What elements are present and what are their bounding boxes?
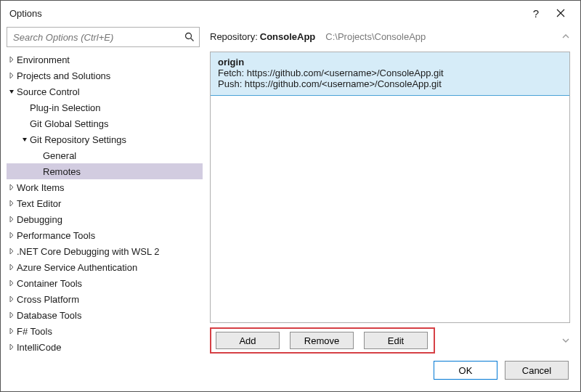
svg-line-1 <box>191 38 194 41</box>
tree-arrow-right-icon <box>7 248 17 255</box>
tree-node[interactable]: General <box>7 147 203 163</box>
tree-node-label: IntelliCode <box>17 342 61 353</box>
tree-node[interactable]: Azure Service Authentication <box>7 259 203 275</box>
tree-arrow-right-icon <box>7 216 17 223</box>
repo-label: Repository: <box>210 31 258 42</box>
repo-header: Repository: ConsoleApp C:\Projects\Conso… <box>210 25 573 47</box>
tree-node[interactable]: Performance Tools <box>7 227 203 243</box>
search-input[interactable] <box>7 32 180 43</box>
tree-node[interactable]: Database Tools <box>7 307 203 323</box>
svg-point-0 <box>186 33 192 39</box>
collapse-chevron[interactable] <box>558 32 573 41</box>
remote-push: Push: https://github.com/<username>/Cons… <box>218 78 562 89</box>
tree-node-label: Debugging <box>17 214 62 225</box>
tree-arrow-right-icon <box>7 311 17 319</box>
add-button[interactable]: Add <box>216 332 280 349</box>
tree-node[interactable]: Plug-in Selection <box>7 99 203 115</box>
tree-node[interactable]: Remotes <box>7 163 203 179</box>
ok-button[interactable]: OK <box>434 361 497 380</box>
tree-node-label: F# Tools <box>17 326 52 337</box>
tree-node-label: Performance Tools <box>17 230 95 241</box>
tree-arrow-right-icon <box>7 184 17 191</box>
remote-fetch: Fetch: https://github.com/<username>/Con… <box>218 68 562 78</box>
tree-node-label: Plug-in Selection <box>30 102 101 113</box>
repo-name: ConsoleApp <box>260 31 316 42</box>
tree-node[interactable]: Work Items <box>7 179 203 195</box>
tree-node-label: Git Global Settings <box>30 118 108 129</box>
remote-name: origin <box>218 57 562 68</box>
tree-arrow-down-icon <box>7 88 17 95</box>
tree-node-label: Projects and Solutions <box>17 70 110 81</box>
close-icon <box>556 9 565 17</box>
tree-node-label: .NET Core Debugging with WSL 2 <box>17 246 160 257</box>
tree-node[interactable]: Environment <box>7 52 203 68</box>
tree-node-label: Environment <box>17 54 70 65</box>
tree-arrow-right-icon <box>7 56 17 63</box>
tree-node-label: Cross Platform <box>17 294 79 305</box>
search-box[interactable] <box>7 27 200 47</box>
search-icon <box>180 32 199 42</box>
repo-path: C:\Projects\ConsoleApp <box>325 31 426 42</box>
tree-node-label: Azure Service Authentication <box>17 262 137 273</box>
chevron-up-icon <box>561 32 570 41</box>
tree-node[interactable]: Cross Platform <box>7 291 203 307</box>
right-panel: Repository: ConsoleApp C:\Projects\Conso… <box>203 25 576 354</box>
tree-arrow-right-icon <box>7 72 17 79</box>
tree-arrow-down-icon <box>20 136 30 143</box>
tree-arrow-right-icon <box>7 343 17 351</box>
tree-arrow-right-icon <box>7 295 17 303</box>
help-button[interactable]: ? <box>524 3 548 23</box>
close-button[interactable] <box>548 3 573 23</box>
tree-node[interactable]: Container Tools <box>7 275 203 291</box>
remove-button[interactable]: Remove <box>290 332 354 349</box>
chevron-down-icon <box>561 336 570 345</box>
tree-node[interactable]: F# Tools <box>7 323 203 339</box>
tree-node-label: General <box>43 150 76 161</box>
tree-node-label: Text Editor <box>17 198 61 209</box>
tree-node[interactable]: Text Editor <box>7 195 203 211</box>
tree-arrow-right-icon <box>7 232 17 239</box>
tree-node[interactable]: Git Global Settings <box>7 115 203 131</box>
remotes-list[interactable]: originFetch: https://github.com/<usernam… <box>210 52 570 323</box>
tree-node[interactable]: Projects and Solutions <box>7 68 203 83</box>
options-dialog: Options ? EnvironmentProjects and Soluti… <box>0 0 581 392</box>
options-tree[interactable]: EnvironmentProjects and SolutionsSource … <box>5 50 203 354</box>
tree-node[interactable]: .NET Core Debugging with WSL 2 <box>7 243 203 259</box>
tree-node-label: Source Control <box>17 86 80 97</box>
tree-arrow-right-icon <box>7 264 17 271</box>
titlebar: Options ? <box>1 1 580 25</box>
tree-node[interactable]: Source Control <box>7 83 203 99</box>
dialog-title: Options <box>9 8 524 19</box>
dialog-button-row: OK Cancel <box>5 354 576 387</box>
tree-node[interactable]: Debugging <box>7 211 203 227</box>
edit-button[interactable]: Edit <box>364 332 428 349</box>
tree-node[interactable]: Git Repository Settings <box>7 131 203 147</box>
left-panel: EnvironmentProjects and SolutionsSource … <box>5 25 203 354</box>
tree-arrow-right-icon <box>7 200 17 207</box>
remote-item[interactable]: originFetch: https://github.com/<usernam… <box>210 52 570 96</box>
tree-node-label: Remotes <box>43 166 81 177</box>
expand-chevron[interactable] <box>558 336 573 345</box>
cancel-button[interactable]: Cancel <box>505 361 569 380</box>
tree-arrow-right-icon <box>7 279 17 287</box>
remote-actions-highlight: Add Remove Edit <box>210 327 435 354</box>
tree-node-label: Work Items <box>17 182 65 193</box>
tree-arrow-right-icon <box>7 327 17 335</box>
tree-node-label: Database Tools <box>17 310 81 321</box>
tree-node-label: Git Repository Settings <box>30 134 126 145</box>
tree-node-label: Container Tools <box>17 278 82 289</box>
tree-node[interactable]: IntelliCode <box>7 339 203 354</box>
